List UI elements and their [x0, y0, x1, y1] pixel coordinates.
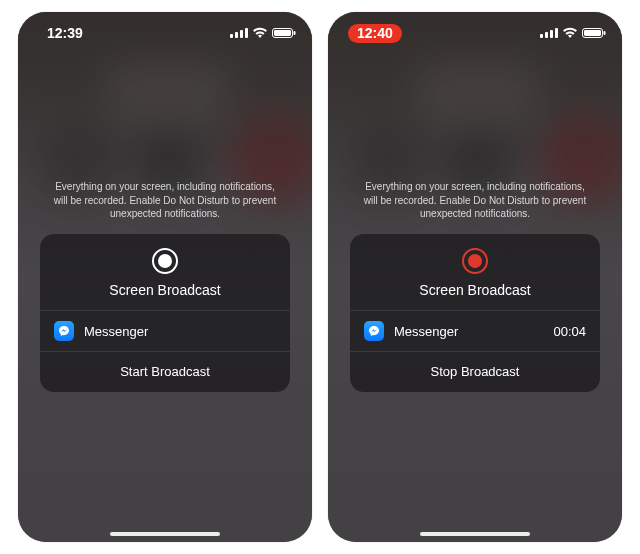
status-time: 12:39 — [38, 24, 92, 43]
battery-icon — [582, 27, 606, 39]
app-label: Messenger — [394, 324, 458, 339]
card-header: Screen Broadcast — [40, 234, 290, 310]
status-right — [540, 27, 606, 39]
card-title: Screen Broadcast — [419, 282, 530, 298]
recording-notice: Everything on your screen, including not… — [328, 180, 622, 221]
phone-right: 12:40 Everything on your screen, includi… — [328, 12, 622, 542]
home-indicator[interactable] — [110, 532, 220, 536]
svg-rect-2 — [294, 31, 296, 35]
app-picker-row[interactable]: Messenger 00:04 — [350, 311, 600, 351]
stop-broadcast-button[interactable]: Stop Broadcast — [350, 352, 600, 392]
card-header: Screen Broadcast — [350, 234, 600, 310]
battery-icon — [272, 27, 296, 39]
status-bar: 12:39 — [18, 12, 312, 48]
svg-rect-1 — [274, 30, 291, 36]
card-title: Screen Broadcast — [109, 282, 220, 298]
broadcast-card: Screen Broadcast Messenger Start Broadca… — [40, 234, 290, 392]
record-icon — [152, 248, 178, 274]
home-indicator[interactable] — [420, 532, 530, 536]
action-label: Stop Broadcast — [431, 364, 520, 379]
wifi-icon — [562, 27, 578, 39]
wifi-icon — [252, 27, 268, 39]
status-bar: 12:40 — [328, 12, 622, 48]
broadcast-card: Screen Broadcast Messenger 00:04 Stop Br… — [350, 234, 600, 392]
messenger-icon — [364, 321, 384, 341]
svg-rect-4 — [584, 30, 601, 36]
broadcast-timer: 00:04 — [553, 324, 586, 339]
recording-notice: Everything on your screen, including not… — [18, 180, 312, 221]
phone-left: 12:39 Everything on your screen, includi… — [18, 12, 312, 542]
record-icon — [462, 248, 488, 274]
start-broadcast-button[interactable]: Start Broadcast — [40, 352, 290, 392]
messenger-icon — [54, 321, 74, 341]
app-label: Messenger — [84, 324, 148, 339]
svg-rect-5 — [604, 31, 606, 35]
cellular-icon — [540, 28, 558, 38]
cellular-icon — [230, 28, 248, 38]
status-right — [230, 27, 296, 39]
action-label: Start Broadcast — [120, 364, 210, 379]
app-picker-row[interactable]: Messenger — [40, 311, 290, 351]
status-time-recording-pill[interactable]: 12:40 — [348, 24, 402, 43]
